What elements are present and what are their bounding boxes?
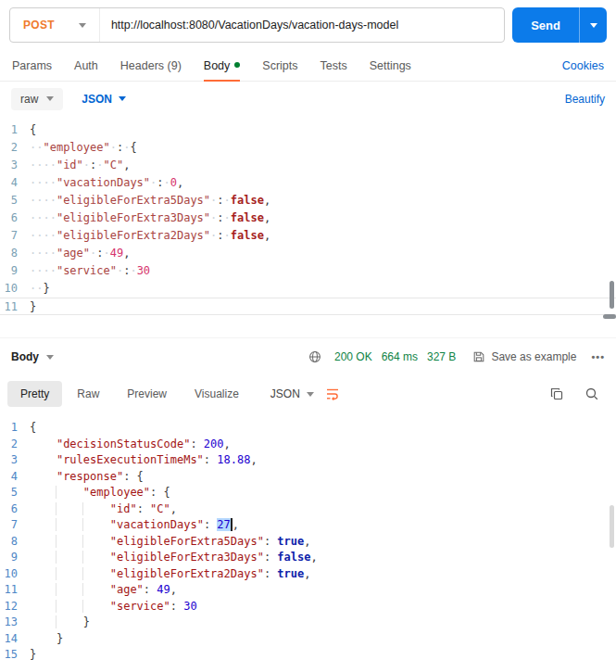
send-options-button[interactable] <box>579 7 607 43</box>
code-token: } <box>43 282 49 295</box>
line-number: 5 <box>0 192 30 209</box>
code-line[interactable]: 11} <box>0 298 616 315</box>
line-content: "rulesExecutionTimeMs": 18.88, <box>30 452 258 469</box>
indent-guide <box>56 486 83 499</box>
response-tab-raw[interactable]: Raw <box>64 381 112 407</box>
indent-guide <box>56 535 83 548</box>
tab-tests[interactable]: Tests <box>321 50 347 81</box>
line-number: 3 <box>0 157 30 174</box>
indent-guide <box>82 551 110 564</box>
send-split-button: Send <box>512 7 607 43</box>
code-token: { <box>30 421 36 434</box>
code-line[interactable]: 11 "age": 49, <box>0 582 616 599</box>
body-language-select[interactable]: JSON <box>82 93 126 106</box>
code-line[interactable]: 15} <box>0 647 616 664</box>
code-line[interactable]: 5····"eligibleForExtra5Days"·:·false, <box>0 192 616 209</box>
code-line[interactable]: 6····"eligibleForExtra3Days"·:·false, <box>0 209 616 227</box>
search-icon[interactable] <box>581 383 603 405</box>
send-button[interactable]: Send <box>512 7 579 43</box>
body-format-select[interactable]: raw <box>11 88 63 110</box>
more-options-button[interactable]: ••• <box>591 351 605 362</box>
code-token: 30 <box>183 600 196 613</box>
code-line[interactable]: 4 "response": { <box>0 469 616 486</box>
code-line[interactable]: 10··} <box>0 280 616 298</box>
line-number: 1 <box>0 121 30 139</box>
line-number: 6 <box>0 501 30 518</box>
code-line[interactable]: 8 "eligibleForExtra5Days": true, <box>0 534 616 551</box>
save-as-example-button[interactable]: Save as example <box>472 350 576 363</box>
code-token: , <box>264 211 270 224</box>
code-token: ···· <box>30 211 57 224</box>
code-line[interactable]: 7 "vacationDays": 27, <box>0 517 616 534</box>
line-number: 10 <box>0 566 30 583</box>
method-select[interactable]: POST <box>10 8 100 42</box>
code-token: "rulesExecutionTimeMs" <box>57 453 204 466</box>
vertical-scrollbar-thumb[interactable] <box>610 281 614 309</box>
copy-icon[interactable] <box>546 383 568 405</box>
response-tab-visualize[interactable]: Visualize <box>182 381 252 407</box>
chevron-down-icon <box>46 96 54 101</box>
method-label: POST <box>23 19 55 32</box>
code-token: , <box>224 437 231 450</box>
tab-auth[interactable]: Auth <box>74 50 98 81</box>
tab-body[interactable]: Body <box>204 50 241 81</box>
vertical-scrollbar-thumb[interactable] <box>610 505 614 548</box>
request-body-editor[interactable]: 1{2··"employee"·:·{3····"id"·:·"C",4····… <box>0 116 616 315</box>
response-tab-pretty[interactable]: Pretty <box>7 381 62 407</box>
code-token: ···· <box>30 247 57 260</box>
code-token: "eligibleForExtra2Days" <box>57 229 210 242</box>
tab-settings[interactable]: Settings <box>370 50 411 81</box>
chevron-down-icon <box>307 392 314 397</box>
code-line[interactable]: 3 "rulesExecutionTimeMs": 18.88, <box>0 452 616 469</box>
tab-params[interactable]: Params <box>12 50 52 81</box>
response-tabs-group: PrettyRawPreviewVisualize <box>7 381 252 407</box>
code-line[interactable]: 5 "employee": { <box>0 485 616 501</box>
code-token: , <box>304 535 310 548</box>
code-token: : <box>144 583 157 596</box>
code-token: · <box>224 211 231 224</box>
code-line[interactable]: 1{ <box>0 420 616 437</box>
code-token: "eligibleForExtra2Days" <box>110 567 264 580</box>
code-line[interactable]: 10 "eligibleForExtra2Days": true, <box>0 566 616 583</box>
network-globe-icon[interactable] <box>305 347 325 367</box>
response-tab-preview[interactable]: Preview <box>114 381 180 407</box>
beautify-link[interactable]: Beautify <box>565 93 605 106</box>
response-language-select[interactable]: JSON <box>265 381 320 407</box>
code-line[interactable]: 8····"age"·:·49, <box>0 245 616 262</box>
code-line[interactable]: 2 "decisionStatusCode": 200, <box>0 437 616 453</box>
code-line[interactable]: 14 } <box>0 631 616 648</box>
code-token: : <box>264 535 277 548</box>
indent <box>30 632 57 645</box>
horizontal-scrollbar-thumb[interactable] <box>603 314 616 319</box>
code-line[interactable]: 3····"id"·:·"C", <box>0 157 616 174</box>
indent-guide <box>82 502 110 515</box>
indent-guide <box>56 583 83 596</box>
code-line[interactable]: 1{ <box>0 121 616 139</box>
response-body-select[interactable]: Body <box>11 350 54 363</box>
response-view-toolbar: PrettyRawPreviewVisualize JSON <box>0 375 616 412</box>
line-number: 7 <box>0 227 30 245</box>
code-token: : <box>217 211 223 224</box>
cookies-link[interactable]: Cookies <box>562 59 604 72</box>
line-number: 11 <box>0 298 30 314</box>
code-line[interactable]: 2··"employee"·:·{ <box>0 139 616 157</box>
code-token: ···· <box>30 229 57 242</box>
tab-scripts[interactable]: Scripts <box>262 50 297 81</box>
code-line[interactable]: 9····"service"·:·30 <box>0 262 616 280</box>
line-content: "service": 30 <box>30 599 197 615</box>
code-line[interactable]: 9 "eligibleForExtra3Days": false, <box>0 550 616 566</box>
indent-guide <box>82 600 110 613</box>
wrap-text-icon[interactable] <box>321 383 344 405</box>
code-token: , <box>310 551 317 564</box>
response-body-editor[interactable]: 1{2 "decisionStatusCode": 200,3 "rulesEx… <box>0 412 616 664</box>
code-line[interactable]: 6 "id": "C", <box>0 501 616 518</box>
code-line[interactable]: 12 "service": 30 <box>0 599 616 615</box>
url-input[interactable] <box>100 19 504 32</box>
code-line[interactable]: 4····"vacationDays"·:·0, <box>0 174 616 192</box>
code-line[interactable]: 13 } <box>0 615 616 631</box>
code-line[interactable]: 7····"eligibleForExtra2Days"·:·false, <box>0 227 616 245</box>
indent-guide <box>82 535 110 548</box>
code-token: "eligibleForExtra3Days" <box>57 211 210 224</box>
tab-headers9[interactable]: Headers (9) <box>120 50 182 81</box>
code-token: : <box>190 437 203 450</box>
